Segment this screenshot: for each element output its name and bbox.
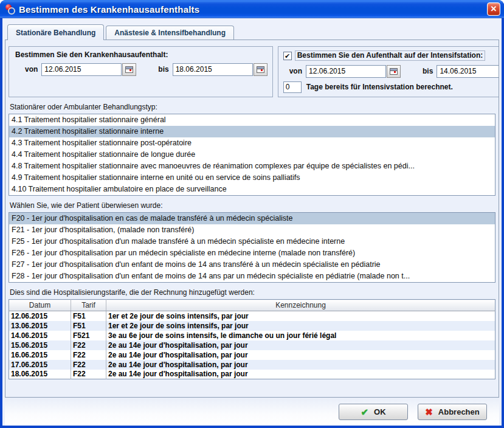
dialog-button-bar: ✔ OK ✖ Abbrechen xyxy=(5,398,499,426)
cell-tarif: F51 xyxy=(71,311,106,321)
app-icon xyxy=(5,4,16,15)
referral-list-label: Wählen Sie, wie der Patient überwiesen w… xyxy=(10,201,494,210)
table-row[interactable]: 12.06.2015 F51 1er et 2e jour de soins i… xyxy=(9,311,495,321)
table-row[interactable]: 17.06.2015 F22 2e au 14e jour d'hospital… xyxy=(9,360,495,370)
cancel-x-icon: ✖ xyxy=(425,407,433,416)
tariff-table: Datum Tarif Kennzeichnung 12.06.2015 F51… xyxy=(9,299,495,379)
icu-days-input[interactable] xyxy=(283,81,302,93)
cell-kennzeichnung: 1er et 2e jour de soins intensifs, par j… xyxy=(106,321,495,331)
bis-label: bis xyxy=(158,65,168,74)
referral-option[interactable]: F25 - 1er jour d'hospitalisation d'un ma… xyxy=(9,236,495,247)
title-bar[interactable]: Bestimmen des Krankenhausaufenthalts ✕ xyxy=(0,0,504,18)
stay-von-input[interactable] xyxy=(41,63,122,76)
table-row[interactable]: 13.06.2015 F51 1er et 2e jour de soins i… xyxy=(9,321,495,331)
cell-kennzeichnung: 2e au 14e jour d'hospitalisation, par jo… xyxy=(106,350,495,360)
cell-tarif: F22 xyxy=(71,370,106,379)
treatment-option[interactable]: 4.10 Traitement hospitalier ambulatoire … xyxy=(9,184,495,195)
hospital-stay-dates: von bis xyxy=(15,63,268,76)
icu-stay-group: ✔ Bestimmen Sie den Aufenthalt auf der I… xyxy=(278,46,499,97)
tab-panel-stationaere-behandlung: Bestimmen Sie den Krankenhausaufenthalt:… xyxy=(5,40,499,398)
cell-tarif: F22 xyxy=(71,350,106,360)
tariff-table-label: Dies sind die Hospitalisierungstarife, d… xyxy=(10,288,494,297)
cancel-button-label: Abbrechen xyxy=(438,407,480,416)
treatment-option[interactable]: 4.4 Traitement hospitalier stationnaire … xyxy=(9,149,495,160)
column-header-datum[interactable]: Datum xyxy=(9,300,71,311)
checkbox-check-icon: ✔ xyxy=(285,52,290,60)
treatment-option[interactable]: 4.3 Traitement hospitalier stationnaire … xyxy=(9,137,495,149)
icu-dates: von bis xyxy=(283,64,499,77)
icu-checkbox-row: ✔ Bestimmen Sie den Aufenthalt auf der I… xyxy=(283,50,499,61)
hospital-stay-title: Bestimmen Sie den Krankenhausaufenthalt: xyxy=(15,50,268,59)
cell-datum: 14.06.2015 xyxy=(9,331,71,340)
tab-stationaere-behandlung[interactable]: Stationäre Behandlung xyxy=(7,24,104,40)
table-row[interactable]: 16.06.2015 F22 2e au 14e jour d'hospital… xyxy=(9,350,495,360)
close-button[interactable]: ✕ xyxy=(487,2,500,16)
hospital-stay-group: Bestimmen Sie den Krankenhausaufenthalt:… xyxy=(9,46,273,97)
von-label: von xyxy=(289,67,302,75)
calendar-icon xyxy=(390,68,398,75)
referral-option-selected[interactable]: F20 - 1er jour d'hospitalisation en cas … xyxy=(9,213,495,224)
dialog-window: Bestimmen des Krankenhausaufenthalts ✕ S… xyxy=(0,0,504,428)
cell-kennzeichnung: 1er et 2e jour de soins intensifs, par j… xyxy=(106,311,495,321)
icu-days-row: Tage bereits für Intensivstation berechn… xyxy=(283,81,499,93)
window-title: Bestimmen des Krankenhausaufenthalts xyxy=(19,4,199,15)
tab-bar: Stationäre Behandlung Anästesie & Intens… xyxy=(5,23,499,40)
icu-days-label: Tage bereits für Intensivstation berechn… xyxy=(306,83,453,91)
cell-kennzeichnung: 3e au 6e jour de soins intensifs, le dim… xyxy=(106,331,495,340)
column-header-kennzeichnung[interactable]: Kennzeichnung xyxy=(106,300,495,311)
referral-option[interactable]: F21 - 1er jour d'hospitalisation, (malad… xyxy=(9,224,495,236)
bis-label: bis xyxy=(423,67,433,75)
stay-bis-calendar-button[interactable] xyxy=(254,63,268,76)
cell-datum: 13.06.2015 xyxy=(9,321,71,331)
table-row[interactable]: 14.06.2015 F521 3e au 6e jour de soins i… xyxy=(9,331,495,340)
cell-tarif: F51 xyxy=(71,321,106,331)
cancel-button[interactable]: ✖ Abbrechen xyxy=(418,404,487,420)
cell-tarif: F521 xyxy=(71,331,106,340)
referral-option[interactable]: F27 - 1er jour d'hospitalisation d'un en… xyxy=(9,259,495,271)
icu-von-calendar-button[interactable] xyxy=(387,65,401,78)
tab-label: Stationäre Behandlung xyxy=(16,29,95,37)
ok-check-icon: ✔ xyxy=(361,407,368,416)
cell-kennzeichnung: 2e au 14e jour d'hospitalisation, par jo… xyxy=(106,370,495,379)
stay-von-calendar-button[interactable] xyxy=(122,63,136,76)
icu-von-input[interactable] xyxy=(306,65,386,78)
cell-tarif: F22 xyxy=(71,360,106,370)
table-row[interactable]: 15.06.2015 F22 2e au 14e jour d'hospital… xyxy=(9,340,495,350)
tariff-table-header-row: Datum Tarif Kennzeichnung xyxy=(9,300,495,311)
cell-tarif: F22 xyxy=(71,340,106,350)
tab-anaestesie-intensifbehandlung[interactable]: Anästesie & Intensifbehandlung xyxy=(106,26,234,40)
calendar-icon xyxy=(257,66,264,73)
cell-datum: 15.06.2015 xyxy=(9,340,71,350)
ok-button[interactable]: ✔ OK xyxy=(339,404,408,420)
cell-datum: 18.06.2015 xyxy=(9,370,71,379)
tab-label: Anästesie & Intensifbehandlung xyxy=(114,29,226,37)
treatment-option[interactable]: 4.1 Traitement hospitalier stationnaire … xyxy=(9,114,495,126)
cell-kennzeichnung: 2e au 14e jour d'hospitalisation, par jo… xyxy=(106,340,495,350)
treatment-option-selected[interactable]: 4.2 Traitement hospitalier stationnaire … xyxy=(9,126,495,137)
referral-option[interactable]: F28 - 1er jour d'hospitalisation d'un en… xyxy=(9,271,495,282)
treatment-type-list: 4.1 Traitement hospitalier stationnaire … xyxy=(9,114,495,196)
treatment-option[interactable]: 4.8 Traitement hospitalier stationnaire … xyxy=(9,160,495,172)
dialog-content: Stationäre Behandlung Anästesie & Intens… xyxy=(2,18,502,426)
cell-datum: 16.06.2015 xyxy=(9,350,71,360)
calendar-icon xyxy=(125,66,133,73)
referral-option[interactable]: F26 - 1er jour d'hospitalisation par un … xyxy=(9,247,495,259)
cell-datum: 12.06.2015 xyxy=(9,311,71,321)
referral-list: F20 - 1er jour d'hospitalisation en cas … xyxy=(9,212,495,283)
column-header-tarif[interactable]: Tarif xyxy=(71,300,106,311)
table-row[interactable]: 18.06.2015 F22 2e au 14e jour d'hospital… xyxy=(9,370,495,379)
icu-checkbox[interactable]: ✔ xyxy=(283,52,292,60)
treatment-list-label: Stationärer oder Ambulanter Behandlungst… xyxy=(10,103,494,111)
treatment-option[interactable]: 4.9 Traitement hospitalier stationnaire … xyxy=(9,172,495,184)
icu-bis-input[interactable] xyxy=(437,65,499,78)
cell-kennzeichnung: 2e au 14e jour d'hospitalisation, par jo… xyxy=(106,360,495,370)
icu-checkbox-label: Bestimmen Sie den Aufenthalt auf der Int… xyxy=(295,50,486,61)
von-label: von xyxy=(25,65,38,74)
date-groups: Bestimmen Sie den Krankenhausaufenthalt:… xyxy=(9,46,495,97)
ok-button-label: OK xyxy=(374,407,386,416)
cell-datum: 17.06.2015 xyxy=(9,360,71,370)
stay-bis-input[interactable] xyxy=(173,63,253,76)
close-icon: ✕ xyxy=(491,4,497,13)
